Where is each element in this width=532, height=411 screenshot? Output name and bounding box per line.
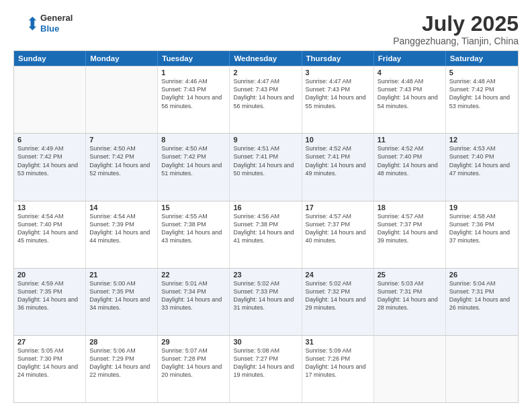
day-info: Sunrise: 4:49 AMSunset: 7:42 PMDaylight:… <box>17 144 82 177</box>
day-number: 17 <box>306 203 370 212</box>
day-number: 5 <box>449 68 515 77</box>
day-info: Sunrise: 4:52 AMSunset: 7:40 PMDaylight:… <box>378 144 442 177</box>
day-info: Sunrise: 5:05 AMSunset: 7:30 PMDaylight:… <box>17 347 82 379</box>
cal-cell-day-8: 8Sunrise: 4:50 AMSunset: 7:42 PMDaylight… <box>158 134 230 200</box>
day-info: Sunrise: 5:02 AMSunset: 7:33 PMDaylight:… <box>233 279 298 312</box>
cal-cell-day-18: 18Sunrise: 4:57 AMSunset: 7:37 PMDayligh… <box>374 201 446 268</box>
cal-cell-day-23: 23Sunrise: 5:02 AMSunset: 7:33 PMDayligh… <box>230 269 302 335</box>
cal-cell-day-28: 28Sunrise: 5:06 AMSunset: 7:29 PMDayligh… <box>86 336 158 402</box>
cal-cell-day-1: 1Sunrise: 4:46 AMSunset: 7:43 PMDaylight… <box>158 66 230 133</box>
day-info: Sunrise: 4:53 AMSunset: 7:40 PMDaylight:… <box>449 144 515 177</box>
day-info: Sunrise: 4:58 AMSunset: 7:36 PMDaylight:… <box>449 212 515 245</box>
cal-week-1: 1Sunrise: 4:46 AMSunset: 7:43 PMDaylight… <box>14 66 518 133</box>
day-info: Sunrise: 4:56 AMSunset: 7:38 PMDaylight:… <box>233 212 298 245</box>
day-number: 4 <box>378 68 442 77</box>
cal-header-saturday: Saturday <box>446 51 518 66</box>
day-number: 24 <box>306 271 370 279</box>
cal-cell-day-13: 13Sunrise: 4:54 AMSunset: 7:40 PMDayligh… <box>14 201 86 268</box>
cal-week-3: 13Sunrise: 4:54 AMSunset: 7:40 PMDayligh… <box>14 201 518 268</box>
logo-general: General <box>40 13 73 24</box>
day-info: Sunrise: 4:54 AMSunset: 7:40 PMDaylight:… <box>17 212 82 245</box>
day-info: Sunrise: 4:57 AMSunset: 7:37 PMDaylight:… <box>378 212 442 245</box>
day-info: Sunrise: 4:54 AMSunset: 7:39 PMDaylight:… <box>89 212 154 245</box>
cal-header-friday: Friday <box>374 51 446 66</box>
cal-header-sunday: Sunday <box>14 51 86 66</box>
logo: General Blue <box>13 12 73 35</box>
cal-cell-day-19: 19Sunrise: 4:58 AMSunset: 7:36 PMDayligh… <box>446 201 518 268</box>
day-number: 8 <box>161 136 226 144</box>
svg-marker-0 <box>29 17 36 30</box>
cal-cell-day-22: 22Sunrise: 5:01 AMSunset: 7:34 PMDayligh… <box>158 269 230 335</box>
day-number: 26 <box>449 271 515 279</box>
header: General Blue July 2025 Panggezhuang, Tia… <box>13 12 519 46</box>
day-info: Sunrise: 5:08 AMSunset: 7:27 PMDaylight:… <box>233 347 298 379</box>
cal-cell-day-9: 9Sunrise: 4:51 AMSunset: 7:41 PMDaylight… <box>230 134 302 200</box>
day-number: 29 <box>161 338 226 346</box>
day-number: 1 <box>161 68 226 77</box>
cal-cell-day-2: 2Sunrise: 4:47 AMSunset: 7:43 PMDaylight… <box>230 66 302 133</box>
day-number: 31 <box>306 338 370 346</box>
cal-cell-empty <box>14 66 86 133</box>
day-info: Sunrise: 4:52 AMSunset: 7:41 PMDaylight:… <box>306 144 370 177</box>
cal-cell-day-24: 24Sunrise: 5:02 AMSunset: 7:32 PMDayligh… <box>302 269 374 335</box>
logo-blue: Blue <box>40 24 73 34</box>
day-number: 15 <box>161 203 226 212</box>
cal-cell-day-4: 4Sunrise: 4:48 AMSunset: 7:43 PMDaylight… <box>374 66 446 133</box>
day-number: 30 <box>233 338 298 346</box>
day-number: 6 <box>17 136 82 144</box>
cal-cell-day-17: 17Sunrise: 4:57 AMSunset: 7:37 PMDayligh… <box>302 201 374 268</box>
cal-cell-day-20: 20Sunrise: 4:59 AMSunset: 7:35 PMDayligh… <box>14 269 86 335</box>
day-info: Sunrise: 4:51 AMSunset: 7:41 PMDaylight:… <box>233 144 298 177</box>
cal-header-tuesday: Tuesday <box>158 51 230 66</box>
cal-cell-day-27: 27Sunrise: 5:05 AMSunset: 7:30 PMDayligh… <box>14 336 86 402</box>
day-info: Sunrise: 4:59 AMSunset: 7:35 PMDaylight:… <box>17 279 82 312</box>
day-number: 7 <box>89 136 154 144</box>
subtitle: Panggezhuang, Tianjin, China <box>393 36 519 46</box>
day-number: 2 <box>233 68 298 77</box>
cal-cell-day-12: 12Sunrise: 4:53 AMSunset: 7:40 PMDayligh… <box>446 134 518 200</box>
day-info: Sunrise: 4:50 AMSunset: 7:42 PMDaylight:… <box>89 144 154 177</box>
cal-cell-empty <box>446 336 518 402</box>
day-info: Sunrise: 4:48 AMSunset: 7:43 PMDaylight:… <box>378 77 442 110</box>
day-info: Sunrise: 5:00 AMSunset: 7:35 PMDaylight:… <box>89 279 154 312</box>
day-info: Sunrise: 4:47 AMSunset: 7:43 PMDaylight:… <box>233 77 298 110</box>
day-info: Sunrise: 5:01 AMSunset: 7:34 PMDaylight:… <box>161 279 226 312</box>
day-number: 23 <box>233 271 298 279</box>
logo-svg <box>13 12 36 35</box>
calendar-body: 1Sunrise: 4:46 AMSunset: 7:43 PMDaylight… <box>14 66 518 402</box>
cal-cell-day-3: 3Sunrise: 4:47 AMSunset: 7:43 PMDaylight… <box>302 66 374 133</box>
day-info: Sunrise: 5:07 AMSunset: 7:28 PMDaylight:… <box>161 347 226 379</box>
day-number: 10 <box>306 136 370 144</box>
cal-cell-day-7: 7Sunrise: 4:50 AMSunset: 7:42 PMDaylight… <box>86 134 158 200</box>
day-number: 22 <box>161 271 226 279</box>
cal-header-thursday: Thursday <box>302 51 374 66</box>
day-info: Sunrise: 4:55 AMSunset: 7:38 PMDaylight:… <box>161 212 226 245</box>
day-number: 13 <box>17 203 82 212</box>
day-number: 25 <box>378 271 442 279</box>
cal-cell-empty <box>86 66 158 133</box>
cal-header-monday: Monday <box>86 51 158 66</box>
day-number: 19 <box>449 203 515 212</box>
day-info: Sunrise: 4:50 AMSunset: 7:42 PMDaylight:… <box>161 144 226 177</box>
day-info: Sunrise: 4:47 AMSunset: 7:43 PMDaylight:… <box>306 77 370 110</box>
day-info: Sunrise: 4:48 AMSunset: 7:42 PMDaylight:… <box>449 77 515 110</box>
day-number: 3 <box>306 68 370 77</box>
cal-header-wednesday: Wednesday <box>230 51 302 66</box>
cal-cell-day-6: 6Sunrise: 4:49 AMSunset: 7:42 PMDaylight… <box>14 134 86 200</box>
cal-cell-day-30: 30Sunrise: 5:08 AMSunset: 7:27 PMDayligh… <box>230 336 302 402</box>
cal-cell-day-14: 14Sunrise: 4:54 AMSunset: 7:39 PMDayligh… <box>86 201 158 268</box>
day-info: Sunrise: 5:03 AMSunset: 7:31 PMDaylight:… <box>378 279 442 312</box>
title-block: July 2025 Panggezhuang, Tianjin, China <box>393 12 519 46</box>
cal-cell-day-26: 26Sunrise: 5:04 AMSunset: 7:31 PMDayligh… <box>446 269 518 335</box>
day-info: Sunrise: 5:06 AMSunset: 7:29 PMDaylight:… <box>89 347 154 379</box>
day-info: Sunrise: 4:46 AMSunset: 7:43 PMDaylight:… <box>161 77 226 110</box>
day-number: 16 <box>233 203 298 212</box>
main-title: July 2025 <box>393 12 519 36</box>
page: General Blue July 2025 Panggezhuang, Tia… <box>0 0 532 411</box>
calendar: SundayMondayTuesdayWednesdayThursdayFrid… <box>13 50 519 403</box>
day-number: 9 <box>233 136 298 144</box>
cal-cell-day-16: 16Sunrise: 4:56 AMSunset: 7:38 PMDayligh… <box>230 201 302 268</box>
day-number: 11 <box>378 136 442 144</box>
day-info: Sunrise: 5:04 AMSunset: 7:31 PMDaylight:… <box>449 279 515 312</box>
cal-cell-day-29: 29Sunrise: 5:07 AMSunset: 7:28 PMDayligh… <box>158 336 230 402</box>
